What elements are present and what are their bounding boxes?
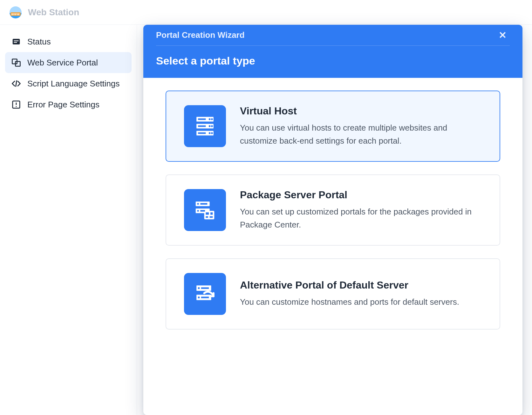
- svg-rect-37: [201, 297, 209, 298]
- svg-rect-29: [210, 212, 213, 214]
- option-description: You can use virtual hosts to create mult…: [240, 121, 482, 147]
- option-text: Alternative Portal of Default Server You…: [240, 279, 482, 308]
- main-area: Portal Creation Wizard ✕ Select a portal…: [137, 25, 532, 415]
- sidebar-item-error-page-settings[interactable]: Error Page Settings: [5, 94, 132, 115]
- option-description: You can customize hostnames and ports fo…: [240, 296, 482, 308]
- wizard-subtitle: Select a portal type: [156, 46, 510, 78]
- option-title: Alternative Portal of Default Server: [240, 279, 482, 291]
- svg-rect-12: [198, 119, 206, 120]
- svg-rect-0: [13, 39, 20, 44]
- sidebar-item-script-language-settings[interactable]: Script Language Settings: [5, 73, 132, 94]
- close-icon[interactable]: ✕: [495, 29, 510, 42]
- option-package-server-portal[interactable]: Package Server Portal You can set up cus…: [166, 174, 500, 246]
- option-virtual-host[interactable]: Virtual Host You can use virtual hosts t…: [166, 91, 500, 162]
- wizard-body: Virtual Host You can use virtual hosts t…: [143, 78, 522, 415]
- sidebar-item-label: Status: [27, 37, 126, 47]
- svg-point-17: [211, 125, 213, 127]
- portal-icon: [11, 57, 22, 68]
- svg-rect-15: [198, 126, 206, 127]
- svg-rect-18: [198, 133, 206, 134]
- code-icon: [11, 78, 22, 89]
- app-title: Web Station: [28, 7, 79, 17]
- option-description: You can set up customized portals for th…: [240, 205, 482, 231]
- svg-rect-35: [201, 287, 209, 289]
- sidebar: Status Web Service Portal Script Languag…: [0, 25, 137, 415]
- svg-point-14: [211, 118, 213, 120]
- option-text: Package Server Portal You can set up cus…: [240, 189, 482, 231]
- sidebar-item-web-service-portal[interactable]: Web Service Portal: [5, 52, 132, 73]
- app-logo-icon: [10, 6, 22, 18]
- svg-point-13: [209, 118, 211, 120]
- svg-point-34: [198, 287, 200, 289]
- error-icon: [11, 99, 22, 110]
- package-server-icon: [184, 189, 226, 231]
- server-stack-icon: [184, 105, 226, 147]
- app-layout: Status Web Service Portal Script Languag…: [0, 25, 532, 415]
- wizard-header: Portal Creation Wizard ✕ Select a portal…: [143, 25, 522, 78]
- app-header: Web Station: [0, 0, 532, 25]
- sidebar-item-status[interactable]: Status: [5, 31, 132, 52]
- sidebar-item-label: Script Language Settings: [27, 78, 126, 89]
- svg-rect-27: [200, 210, 205, 212]
- option-text: Virtual Host You can use virtual hosts t…: [240, 105, 482, 147]
- svg-point-16: [209, 125, 211, 127]
- svg-point-19: [209, 132, 211, 134]
- svg-point-20: [211, 132, 213, 134]
- svg-point-36: [198, 296, 200, 298]
- sidebar-item-label: Web Service Portal: [27, 58, 126, 68]
- wizard-title: Portal Creation Wizard: [156, 30, 245, 40]
- svg-rect-25: [200, 203, 207, 205]
- wizard-title-bar: Portal Creation Wizard ✕: [156, 25, 510, 46]
- option-title: Virtual Host: [240, 105, 482, 117]
- option-alternative-portal[interactable]: Alternative Portal of Default Server You…: [166, 258, 500, 330]
- svg-point-24: [197, 203, 199, 205]
- svg-rect-30: [206, 216, 208, 218]
- svg-point-8: [16, 106, 17, 107]
- option-title: Package Server Portal: [240, 189, 482, 201]
- alt-server-icon: [184, 273, 226, 315]
- status-icon: [11, 36, 22, 47]
- svg-line-5: [16, 81, 17, 86]
- svg-rect-28: [206, 212, 209, 214]
- svg-rect-23: [204, 211, 215, 219]
- svg-rect-31: [210, 216, 213, 218]
- svg-point-26: [197, 210, 199, 212]
- sidebar-item-label: Error Page Settings: [27, 99, 126, 110]
- portal-creation-wizard: Portal Creation Wizard ✕ Select a portal…: [143, 25, 522, 415]
